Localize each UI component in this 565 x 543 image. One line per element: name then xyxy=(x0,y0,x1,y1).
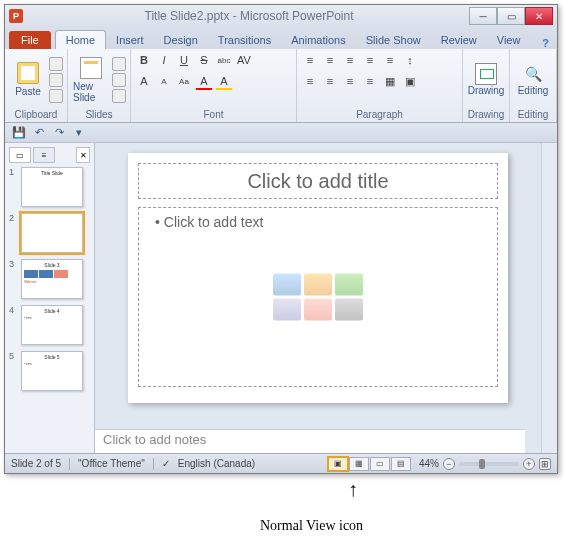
thumb-number: 5 xyxy=(9,351,17,391)
insert-smartart-icon[interactable] xyxy=(335,274,363,296)
slide-thumbnail-4[interactable]: Slide 4• item xyxy=(21,305,83,345)
reading-view-button[interactable]: ▭ xyxy=(370,457,390,471)
align-left-button[interactable]: ≡ xyxy=(301,72,319,90)
paste-button[interactable]: Paste xyxy=(9,54,47,106)
title-placeholder[interactable]: Click to add title xyxy=(138,163,498,199)
zoom-slider[interactable] xyxy=(459,462,519,466)
insert-picture-icon[interactable] xyxy=(273,299,301,321)
tab-transitions[interactable]: Transitions xyxy=(208,31,281,49)
highlight-button[interactable]: A xyxy=(215,72,233,90)
underline-button[interactable]: U xyxy=(175,51,193,69)
copy-icon[interactable] xyxy=(49,73,63,87)
vertical-scrollbar[interactable] xyxy=(541,143,557,453)
thumbnail-item[interactable]: 3 Slide 3 Slide text xyxy=(9,259,90,299)
tab-view[interactable]: View xyxy=(487,31,531,49)
status-bar: Slide 2 of 5 "Office Theme" ✓ English (C… xyxy=(5,453,557,473)
view-buttons: ▣ ▦ ▭ ▤ xyxy=(328,457,411,471)
insert-chart-icon[interactable] xyxy=(304,274,332,296)
zoom-out-button[interactable]: − xyxy=(443,458,455,470)
body-placeholder-text: Click to add text xyxy=(164,214,264,230)
help-icon[interactable]: ? xyxy=(542,37,557,49)
qat-customize-button[interactable]: ▾ xyxy=(71,125,87,141)
tab-animations[interactable]: Animations xyxy=(281,31,355,49)
spellcheck-icon[interactable]: ✓ xyxy=(162,458,170,469)
tab-home[interactable]: Home xyxy=(55,30,106,49)
cut-icon[interactable] xyxy=(49,57,63,71)
thumb-title: Slide 4 xyxy=(24,308,80,314)
maximize-button[interactable]: ▭ xyxy=(497,7,525,25)
thumbnail-item[interactable]: 5 Slide 5• item xyxy=(9,351,90,391)
reset-icon[interactable] xyxy=(112,73,126,87)
current-slide[interactable]: Click to add title • Click to add text xyxy=(128,153,508,403)
bullet-icon: • xyxy=(155,214,160,230)
shrink-font-button[interactable]: A xyxy=(155,72,173,90)
insert-table-icon[interactable] xyxy=(273,274,301,296)
new-slide-button[interactable]: New Slide xyxy=(72,54,110,106)
thumb-number: 1 xyxy=(9,167,17,207)
zoom-percent[interactable]: 44% xyxy=(419,458,439,469)
thumb-number: 4 xyxy=(9,305,17,345)
slides-tab[interactable]: ▭ xyxy=(9,147,31,163)
tab-review[interactable]: Review xyxy=(431,31,487,49)
font-group-label: Font xyxy=(135,108,292,120)
slide-thumbnail-2[interactable] xyxy=(21,213,83,253)
bullets-button[interactable]: ≡ xyxy=(301,51,319,69)
increase-indent-button[interactable]: ≡ xyxy=(361,51,379,69)
redo-button[interactable]: ↷ xyxy=(51,125,67,141)
save-button[interactable]: 💾 xyxy=(11,125,27,141)
tab-design[interactable]: Design xyxy=(154,31,208,49)
thumbnail-item[interactable]: 2 xyxy=(9,213,90,253)
minimize-button[interactable]: ─ xyxy=(469,7,497,25)
italic-button[interactable]: I xyxy=(155,51,173,69)
slide-sorter-view-button[interactable]: ▦ xyxy=(349,457,369,471)
insert-clipart-icon[interactable] xyxy=(304,299,332,321)
numbering-button[interactable]: ≡ xyxy=(321,51,339,69)
decrease-indent-button[interactable]: ≡ xyxy=(341,51,359,69)
thumbnail-item[interactable]: 4 Slide 4• item xyxy=(9,305,90,345)
slide-thumbnail-3[interactable]: Slide 3 Slide text xyxy=(21,259,83,299)
title-bar: P Title Slide2.pptx - Microsoft PowerPoi… xyxy=(5,5,557,27)
thumbnail-item[interactable]: 1 Title Slide xyxy=(9,167,90,207)
columns-button[interactable]: ▦ xyxy=(381,72,399,90)
outline-tab[interactable]: ≡ xyxy=(33,147,55,163)
tab-slideshow[interactable]: Slide Show xyxy=(356,31,431,49)
close-button[interactable]: ✕ xyxy=(525,7,553,25)
normal-view-button[interactable]: ▣ xyxy=(328,457,348,471)
tab-insert[interactable]: Insert xyxy=(106,31,154,49)
tab-file[interactable]: File xyxy=(9,31,51,49)
thumb-number: 2 xyxy=(9,213,17,253)
convert-smartart-button[interactable]: ▣ xyxy=(401,72,419,90)
justify-button[interactable]: ≡ xyxy=(361,72,379,90)
slide-thumbnail-1[interactable]: Title Slide xyxy=(21,167,83,207)
text-direction-button[interactable]: ↕ xyxy=(401,51,419,69)
align-right-button[interactable]: ≡ xyxy=(341,72,359,90)
clear-format-button[interactable]: Aa xyxy=(175,72,193,90)
editing-label: Editing xyxy=(518,85,549,96)
section-icon[interactable] xyxy=(112,89,126,103)
align-center-button[interactable]: ≡ xyxy=(321,72,339,90)
group-clipboard: Paste Clipboard xyxy=(5,49,68,122)
group-editing: 🔍 Editing Editing xyxy=(510,49,557,122)
line-spacing-button[interactable]: ≡ xyxy=(381,51,399,69)
slideshow-view-button[interactable]: ▤ xyxy=(391,457,411,471)
font-color-button[interactable]: A xyxy=(195,72,213,90)
shadow-button[interactable]: abc xyxy=(215,51,233,69)
bold-button[interactable]: B xyxy=(135,51,153,69)
editing-button[interactable]: 🔍 Editing xyxy=(514,54,552,106)
grow-font-button[interactable]: A xyxy=(135,72,153,90)
ribbon: Paste Clipboard New Slide xyxy=(5,49,557,123)
fit-to-window-button[interactable]: ⊞ xyxy=(539,458,551,470)
close-pane-button[interactable]: ✕ xyxy=(76,147,90,163)
slide-thumbnail-5[interactable]: Slide 5• item xyxy=(21,351,83,391)
language-label[interactable]: English (Canada) xyxy=(178,458,255,469)
strike-button[interactable]: S xyxy=(195,51,213,69)
notes-pane[interactable]: Click to add notes xyxy=(95,429,525,453)
char-spacing-button[interactable]: AV xyxy=(235,51,253,69)
layout-icon[interactable] xyxy=(112,57,126,71)
insert-media-icon[interactable] xyxy=(335,299,363,321)
format-painter-icon[interactable] xyxy=(49,89,63,103)
undo-button[interactable]: ↶ xyxy=(31,125,47,141)
zoom-in-button[interactable]: + xyxy=(523,458,535,470)
body-placeholder[interactable]: • Click to add text xyxy=(138,207,498,387)
drawing-button[interactable]: Drawing xyxy=(467,54,505,106)
